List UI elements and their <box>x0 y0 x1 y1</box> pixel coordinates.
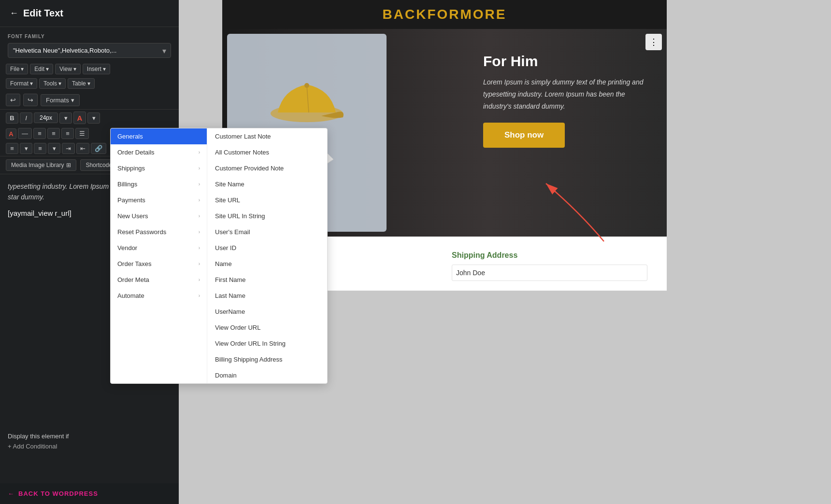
color-more-button[interactable]: ▾ <box>87 112 100 124</box>
view-menu[interactable]: View▾ <box>55 64 81 74</box>
page-title: Edit Text <box>23 8 63 19</box>
dropdown-menu: GeneralsOrder Details›Shippings›Billings… <box>110 128 328 384</box>
display-section: Display this element if + Add Conditiona… <box>0 427 179 456</box>
panel-header: ← Edit Text <box>0 0 179 27</box>
hero-title: For Him <box>483 53 652 70</box>
submenu-item-order_details[interactable]: Order Details› <box>111 144 207 160</box>
file-menu[interactable]: File▾ <box>6 64 28 74</box>
submenu-item-automate[interactable]: Automate› <box>111 288 207 304</box>
brand-header: BACKFORMORE <box>222 0 667 29</box>
text-color-indicator[interactable] <box>6 128 16 139</box>
menu-item-view-order-url-in-string[interactable]: View Order URL In String <box>207 336 327 351</box>
submenu-item-order_taxes[interactable]: Order Taxes› <box>111 256 207 272</box>
align-right-btn[interactable]: ≡ <box>61 128 74 139</box>
menu-item-all-customer-notes[interactable]: All Customer Notes <box>207 144 327 160</box>
submenu-item-new_users[interactable]: New Users› <box>111 208 207 224</box>
align-left-btn[interactable]: ≡ <box>33 128 46 139</box>
submenu-item-reset_passwords[interactable]: Reset Passwords› <box>111 224 207 240</box>
font-color-button[interactable]: A <box>73 112 86 124</box>
tools-menu[interactable]: Tools▾ <box>39 78 66 89</box>
font-family-select-wrapper: "Helvetica Neue",Helvetica,Roboto,... <box>8 43 171 58</box>
link-btn[interactable]: 🔗 <box>91 143 106 154</box>
three-dots-button[interactable]: ⋮ <box>645 34 662 50</box>
shipping-address-col: Shipping Address John Doe <box>452 251 647 281</box>
format-menu[interactable]: Format▾ <box>6 78 37 89</box>
back-arrow-icon[interactable]: ← <box>10 8 18 18</box>
redo-button[interactable]: ↪ <box>23 94 38 106</box>
font-size-dropdown[interactable]: ▾ <box>59 112 72 124</box>
table-menu[interactable]: Table▾ <box>68 78 95 89</box>
submenu-item-generals[interactable]: Generals <box>111 128 207 144</box>
menu-item-view-order-url[interactable]: View Order URL <box>207 320 327 336</box>
font-family-select[interactable]: "Helvetica Neue",Helvetica,Roboto,... <box>8 43 171 58</box>
bullet-list-btn[interactable]: ≡ <box>6 143 18 154</box>
back-to-wordpress-btn[interactable]: ← BACK TO WORDPRESS <box>0 483 179 504</box>
hero-text-area: For Him Lorem Ipsum is simply dummy text… <box>483 53 652 148</box>
menu-item-site-name[interactable]: Site Name <box>207 176 327 192</box>
undo-button[interactable]: ↩ <box>6 94 20 106</box>
edit-menu[interactable]: Edit▾ <box>30 64 53 74</box>
submenu-list: GeneralsOrder Details›Shippings›Billings… <box>111 128 207 383</box>
submenu-item-payments[interactable]: Payments› <box>111 192 207 208</box>
undo-row: ↩ ↪ Formats▾ <box>0 91 179 110</box>
menu-item-last-name[interactable]: Last Name <box>207 288 327 304</box>
back-wp-label: BACK TO WORDPRESS <box>18 490 98 497</box>
add-conditional-btn[interactable]: + Add Conditional <box>8 443 171 450</box>
ordered-list-dropdown[interactable]: ▾ <box>48 143 60 154</box>
insert-menu[interactable]: Insert▾ <box>83 64 110 74</box>
color-dash[interactable]: — <box>18 128 32 139</box>
menu-item-first-name[interactable]: First Name <box>207 272 327 288</box>
font-family-section: FONT FAMILY "Helvetica Neue",Helvetica,R… <box>0 27 179 62</box>
format-tools-row: B I ▾ A ▾ <box>0 110 179 126</box>
font-size-input[interactable] <box>34 112 58 123</box>
menu-item-name[interactable]: Name <box>207 256 327 272</box>
formats-button[interactable]: Formats▾ <box>41 94 80 106</box>
font-family-label: FONT FAMILY <box>8 34 171 39</box>
menu-item-customer-last-note[interactable]: Customer Last Note <box>207 128 327 144</box>
indent-in-btn[interactable]: ⇥ <box>62 143 75 154</box>
ordered-list-btn[interactable]: ≡ <box>34 143 46 154</box>
hero-description: Lorem Ipsum is simply dummy text of the … <box>483 76 652 113</box>
media-image-library-btn[interactable]: Media Image Library ⊞ <box>6 159 76 171</box>
menu-item-billing-shipping-address[interactable]: Billing Shipping Address <box>207 351 327 367</box>
menu-item-domain[interactable]: Domain <box>207 367 327 383</box>
menu-bar-row2: Format▾ Tools▾ Table▾ <box>0 76 179 91</box>
back-wp-arrow-icon: ← <box>8 490 14 497</box>
shop-now-button[interactable]: Shop now <box>483 123 565 148</box>
bold-button[interactable]: B <box>6 112 18 124</box>
submenu-item-billings[interactable]: Billings› <box>111 176 207 192</box>
menu-item-user-s-email[interactable]: User's Email <box>207 224 327 240</box>
submenu-item-order_meta[interactable]: Order Meta› <box>111 272 207 288</box>
shipping-address-value: John Doe <box>452 265 647 281</box>
items-panel: Customer Last NoteAll Customer NotesCust… <box>207 128 327 383</box>
indent-out-btn[interactable]: ⇤ <box>76 143 89 154</box>
shipping-address-header: Shipping Address <box>452 251 647 260</box>
brand-name: BACKFORMORE <box>383 7 507 22</box>
hat-illustration <box>268 70 345 128</box>
display-label: Display this element if <box>8 433 171 440</box>
bullet-list-dropdown[interactable]: ▾ <box>20 143 32 154</box>
menu-item-user-id[interactable]: User ID <box>207 240 327 256</box>
align-justify-btn[interactable]: ☰ <box>75 128 89 139</box>
italic-button[interactable]: I <box>20 112 32 124</box>
menu-item-username[interactable]: UserName <box>207 304 327 320</box>
menu-item-customer-provided-note[interactable]: Customer Provided Note <box>207 160 327 176</box>
menu-item-site-url[interactable]: Site URL <box>207 192 327 208</box>
submenu-item-vendor[interactable]: Vendor› <box>111 240 207 256</box>
align-center-btn[interactable]: ≡ <box>47 128 60 139</box>
submenu-item-shippings[interactable]: Shippings› <box>111 160 207 176</box>
menu-item-site-url-in-string[interactable]: Site URL In String <box>207 208 327 224</box>
menu-bar-row1: File▾ Edit▾ View▾ Insert▾ <box>0 62 179 76</box>
